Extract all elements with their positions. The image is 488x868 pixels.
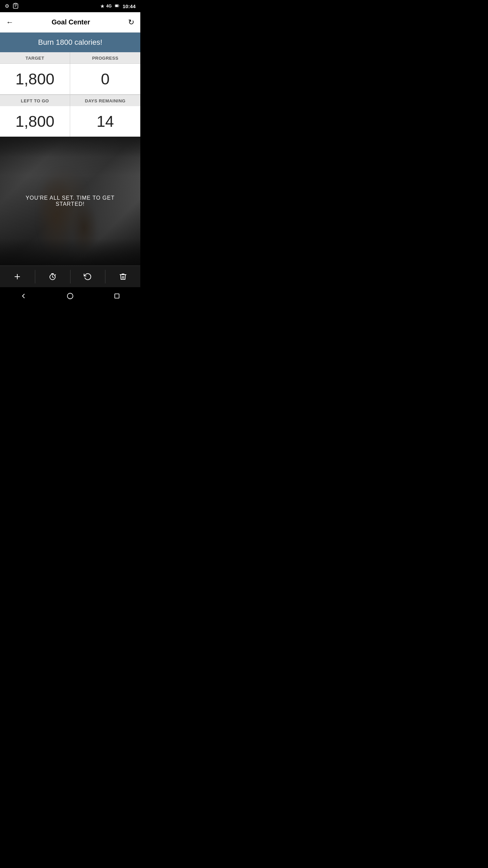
stats-header-row: TARGET PROGRESS 1,800 0 bbox=[0, 52, 140, 95]
android-recent-button[interactable] bbox=[94, 287, 140, 305]
progress-label: PROGRESS bbox=[70, 52, 140, 64]
bluetooth-icon: ★ bbox=[100, 4, 104, 9]
status-time: 10:44 bbox=[123, 3, 136, 9]
recents-square-icon bbox=[113, 292, 121, 300]
home-circle-icon bbox=[66, 292, 74, 300]
svg-rect-0 bbox=[15, 3, 17, 4]
left-to-go-label: LEFT TO GO bbox=[0, 95, 70, 106]
motivation-text: YOU'RE ALL SET. TIME TO GET STARTED! bbox=[0, 195, 140, 207]
battery-icon bbox=[114, 3, 121, 9]
days-remaining-value: 14 bbox=[70, 106, 140, 137]
android-back-button[interactable] bbox=[0, 287, 47, 305]
stats-second-value-row: 1,800 14 bbox=[0, 106, 140, 137]
android-nav-bar bbox=[0, 287, 140, 305]
status-left-icons: ⚙ bbox=[5, 3, 19, 10]
back-button[interactable]: ← bbox=[6, 19, 14, 26]
android-home-button[interactable] bbox=[47, 287, 94, 305]
status-bar: ⚙ ★ 4G 10:44 bbox=[0, 0, 140, 12]
reset-icon bbox=[84, 273, 92, 281]
timer-icon bbox=[48, 273, 57, 281]
target-label: TARGET bbox=[0, 52, 70, 64]
page-title: Goal Center bbox=[52, 18, 90, 26]
motivation-section: YOU'RE ALL SET. TIME TO GET STARTED! bbox=[0, 137, 140, 265]
delete-button[interactable] bbox=[105, 266, 140, 287]
back-chevron-icon bbox=[20, 292, 27, 300]
svg-rect-8 bbox=[115, 294, 119, 298]
goal-banner-text: Burn 1800 calories! bbox=[38, 38, 102, 46]
trash-icon bbox=[119, 273, 127, 281]
status-right-icons: ★ 4G 10:44 bbox=[100, 3, 136, 9]
settings-status-icon: ⚙ bbox=[5, 3, 9, 9]
left-to-go-value: 1,800 bbox=[0, 106, 70, 137]
target-value: 1,800 bbox=[0, 64, 70, 95]
clipboard-status-icon bbox=[13, 3, 19, 10]
goal-banner: Burn 1800 calories! bbox=[0, 33, 140, 52]
svg-rect-2 bbox=[115, 5, 118, 6]
refresh-button[interactable]: ↻ bbox=[128, 19, 134, 26]
bottom-toolbar bbox=[0, 265, 140, 287]
signal-icon: 4G bbox=[106, 4, 112, 8]
add-button[interactable] bbox=[0, 266, 35, 287]
progress-value: 0 bbox=[70, 64, 140, 95]
days-remaining-label: DAYS REMAINING bbox=[70, 95, 140, 106]
reset-button[interactable] bbox=[70, 266, 105, 287]
stats-second-header-row: LEFT TO GO DAYS REMAINING bbox=[0, 95, 140, 106]
svg-point-7 bbox=[67, 293, 73, 299]
nav-bar: ← Goal Center ↻ bbox=[0, 12, 140, 33]
overlay-top bbox=[0, 137, 140, 157]
add-icon bbox=[13, 273, 21, 281]
timer-button[interactable] bbox=[35, 266, 70, 287]
overlay-bottom bbox=[0, 238, 140, 265]
